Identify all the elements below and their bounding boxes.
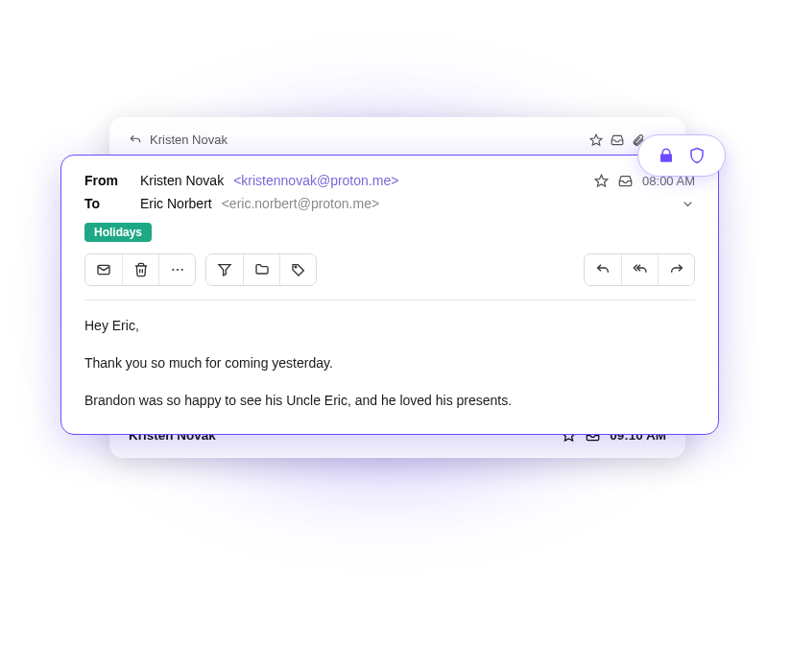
svg-point-6 (180, 269, 182, 271)
holidays-tag[interactable]: Holidays (84, 223, 152, 242)
svg-point-8 (295, 266, 297, 268)
star-icon[interactable] (589, 133, 603, 147)
toolbar (84, 253, 695, 286)
svg-point-4 (172, 269, 174, 271)
svg-marker-2 (595, 175, 608, 186)
to-row: To Eric Norbert <eric.norbert@proton.me> (84, 196, 695, 211)
filter-button[interactable] (206, 254, 243, 285)
svg-point-5 (176, 269, 178, 271)
body-paragraph: Hey Eric, (84, 316, 695, 336)
lock-icon (658, 147, 675, 164)
divider (84, 300, 695, 300)
tool-group-reply (584, 253, 695, 286)
reply-all-button[interactable] (621, 254, 658, 285)
from-row: From Kristen Novak <kristennovak@proton.… (84, 173, 695, 188)
mark-unread-button[interactable] (85, 254, 122, 285)
inbox-icon[interactable] (611, 133, 624, 147)
email-detail-card: From Kristen Novak <kristennovak@proton.… (60, 155, 719, 435)
body-paragraph: Brandon was so happy to see his Uncle Er… (84, 391, 695, 411)
trash-button[interactable] (122, 254, 158, 285)
shield-icon (688, 147, 706, 164)
folder-button[interactable] (243, 254, 279, 285)
star-icon[interactable] (594, 174, 609, 188)
more-button[interactable] (158, 254, 195, 285)
to-label: To (84, 196, 131, 211)
from-address: <kristennovak@proton.me> (233, 173, 398, 188)
chevron-down-icon[interactable] (681, 197, 695, 211)
email-body: Hey Eric, Thank you so much for coming y… (84, 316, 695, 411)
to-address: <eric.norbert@proton.me> (222, 196, 379, 211)
reply-button[interactable] (585, 254, 621, 285)
tag-button[interactable] (279, 254, 316, 285)
tool-group-main (84, 253, 196, 286)
body-paragraph: Thank you so much for coming yesterday. (84, 353, 695, 373)
reply-icon (129, 133, 142, 147)
back-header-row: Kristen Novak Ja (129, 132, 666, 147)
inbox-icon[interactable] (618, 174, 633, 188)
from-label: From (84, 173, 131, 188)
svg-marker-7 (219, 265, 230, 276)
security-pill (637, 134, 726, 177)
to-name: Eric Norbert (140, 196, 212, 211)
forward-button[interactable] (658, 254, 694, 285)
tool-group-organize (205, 253, 317, 286)
email-meta: From Kristen Novak <kristennovak@proton.… (84, 173, 695, 211)
svg-marker-0 (590, 134, 602, 145)
from-name: Kristen Novak (140, 173, 224, 188)
back-header-name: Kristen Novak (150, 132, 228, 147)
